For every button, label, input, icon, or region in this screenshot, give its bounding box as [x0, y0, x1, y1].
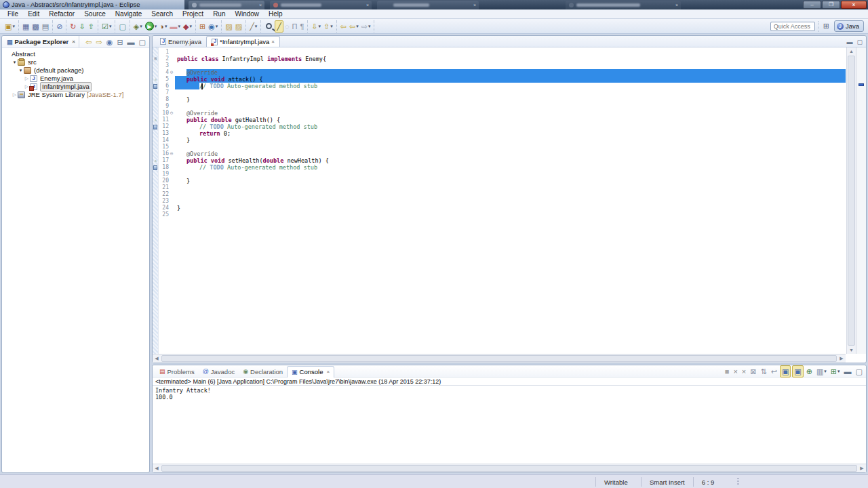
verify-tasks-icon[interactable]: ☑▾ — [100, 20, 113, 33]
code-line-3[interactable]: 3 — [153, 62, 846, 69]
clear-console-icon[interactable]: ⊠ — [749, 365, 757, 378]
tree-item-infantryimpl-java[interactable]: ▷InfantryImpl.java — [2, 83, 149, 91]
code-text-cell[interactable]: public double getHealth() { — [174, 117, 846, 123]
scroll-lock-icon[interactable]: ⇅ — [759, 365, 768, 378]
dropdown-arrow-icon[interactable]: ▾ — [178, 24, 180, 29]
code-line-7[interactable]: 7 — [153, 89, 846, 96]
code-line-11[interactable]: ▵11public double getHealth() { — [153, 117, 846, 123]
annotate-icon[interactable]: ╱▾ — [248, 20, 258, 33]
previous-annotation-icon[interactable]: ⇧▾ — [322, 20, 334, 33]
minimize-editor-icon[interactable]: ▬ — [846, 37, 853, 47]
editor-vertical-scrollbar[interactable]: ▲ ▼ — [846, 47, 856, 354]
code-line-9[interactable]: 9 — [153, 103, 846, 110]
scroll-left-icon[interactable]: ◀ — [153, 354, 161, 363]
code-line-1[interactable]: 1 — [153, 49, 846, 56]
editor-tab-2[interactable]: *InfantryImpl.java× — [206, 36, 280, 47]
collapse-all-icon[interactable]: ⊟ — [115, 36, 124, 48]
menu-file[interactable]: File — [3, 10, 23, 18]
code-line-19[interactable]: 19 — [153, 171, 846, 178]
code-line-24[interactable]: 24} — [153, 205, 846, 211]
code-line-21[interactable]: 21 — [153, 184, 846, 191]
back-icon[interactable]: ⇦▾ — [348, 20, 360, 33]
menu-navigate[interactable]: Navigate — [111, 10, 146, 18]
overview-ruler[interactable] — [856, 47, 866, 354]
close-tab-icon[interactable]: × — [326, 369, 330, 375]
type-marker-icon[interactable]: ⊗ — [153, 56, 159, 62]
scroll-right-icon[interactable]: ▶ — [837, 354, 846, 363]
tree-item-jre-system-library[interactable]: ▷JRE System Library[JavaSE-1.7] — [2, 91, 149, 99]
menu-source[interactable]: Source — [79, 10, 111, 18]
tree-item-src[interactable]: ▾src — [2, 58, 149, 66]
java-perspective-button[interactable]: J Java — [834, 20, 864, 32]
console-view-tab-console[interactable]: ▣Console× — [287, 366, 334, 378]
task-marker-icon[interactable] — [153, 83, 159, 89]
code-line-8[interactable]: 8} — [153, 96, 846, 103]
dropdown-arrow-icon[interactable]: ▾ — [216, 24, 218, 29]
console-horizontal-scrollbar[interactable]: ◀ ▶ — [153, 464, 866, 472]
scroll-up-icon[interactable]: ▲ — [847, 47, 856, 55]
show-console-on-stderr-icon[interactable]: ▣ — [792, 365, 803, 378]
open-file-icon[interactable]: ▨ — [234, 20, 243, 33]
open-console-icon[interactable]: ⊞▾ — [829, 365, 842, 378]
new-wizard-icon[interactable]: ▣▾ — [3, 20, 16, 33]
occurrence-marker[interactable] — [859, 83, 864, 86]
editor-horizontal-scrollbar[interactable]: ◀ ▶ — [153, 354, 846, 363]
search-icon[interactable] — [263, 20, 275, 33]
scroll-left-icon[interactable]: ◀ — [153, 464, 161, 472]
menu-help[interactable]: Help — [264, 10, 288, 18]
skip-all-breakpoints-icon[interactable]: ⊘ — [55, 20, 64, 33]
background-browser-tab[interactable]: × — [377, 1, 479, 9]
code-text-cell[interactable] — [174, 211, 846, 218]
code-text-cell[interactable]: // TODO Auto-generated method stub — [174, 123, 846, 130]
menu-edit[interactable]: Edit — [23, 10, 44, 18]
dropdown-arrow-icon[interactable]: ▾ — [319, 24, 321, 29]
menu-run[interactable]: Run — [208, 10, 230, 18]
override-marker-icon[interactable]: ▵ — [153, 76, 159, 83]
save-icon[interactable]: ▦ — [21, 20, 31, 33]
vertical-scrollbar-thumb[interactable] — [848, 56, 855, 346]
code-text-cell[interactable] — [174, 144, 846, 150]
block-selection-icon[interactable]: ¶ — [298, 20, 305, 33]
dropdown-arrow-icon[interactable]: ▾ — [368, 24, 371, 29]
scroll-right-icon[interactable]: ▶ — [858, 464, 866, 472]
override-marker-icon[interactable]: ▵ — [153, 117, 159, 123]
horizontal-scrollbar-thumb[interactable] — [161, 465, 857, 472]
code-text-cell[interactable] — [174, 191, 846, 198]
menu-project[interactable]: Project — [178, 10, 208, 18]
word-wrap-icon[interactable]: ↩ — [770, 365, 778, 378]
code-line-18[interactable]: 18// TODO Auto-generated method stub — [153, 164, 846, 171]
code-line-5[interactable]: ▵5public void attack() { — [153, 76, 846, 83]
editor-body[interactable]: 1⊗2public class InfantryImpl implements … — [153, 47, 866, 354]
debug-icon[interactable]: ◈▾ — [132, 20, 144, 33]
remove-launch-icon[interactable]: × — [732, 365, 738, 378]
code-line-6[interactable]: 6// TODO Auto-generated method stub — [153, 83, 846, 89]
console-view-tab-javadoc[interactable]: @Javadoc — [199, 366, 239, 378]
horizontal-scrollbar-thumb[interactable] — [161, 355, 837, 362]
remove-all-terminated-icon[interactable]: × — [741, 365, 747, 378]
maximize-editor-icon[interactable]: ▢ — [856, 37, 863, 47]
export-icon[interactable]: ⇧ — [87, 20, 96, 33]
refresh-icon[interactable]: ↻ — [68, 20, 77, 33]
code-text-cell[interactable]: } — [174, 96, 846, 103]
code-line-13[interactable]: 13return 0; — [153, 130, 846, 137]
print-icon[interactable]: ▤ — [41, 20, 50, 33]
fold-collapse-icon[interactable]: ⊖ — [169, 69, 174, 76]
minimize-icon[interactable]: ▬ — [126, 36, 136, 48]
code-line-16[interactable]: 16⊖@Override — [153, 150, 846, 157]
new-launch-config-icon[interactable]: ▢ — [117, 20, 127, 33]
code-text-cell[interactable]: @Override — [174, 110, 846, 117]
terminate-icon[interactable]: ■ — [724, 365, 731, 378]
code-text-cell[interactable]: // TODO Auto-generated method stub — [174, 164, 846, 171]
code-text-cell[interactable]: @Override — [174, 150, 846, 157]
debug-as-icon[interactable]: ◆▾ — [182, 20, 193, 33]
code-text-cell[interactable]: public class InfantryImpl implements Ene… — [174, 56, 846, 62]
maximize-console-icon[interactable]: ▢ — [854, 365, 864, 378]
collapsed-arrow-icon[interactable]: ▷ — [12, 91, 18, 99]
code-text-cell[interactable]: return 0; — [174, 130, 846, 137]
dropdown-arrow-icon[interactable]: ▾ — [255, 24, 258, 29]
back-icon[interactable]: ⇦ — [84, 36, 93, 48]
display-selected-console-icon[interactable]: ▥▾ — [815, 365, 828, 378]
dropdown-arrow-icon[interactable]: ▾ — [330, 24, 333, 29]
expanded-arrow-icon[interactable]: ▾ — [18, 66, 24, 75]
restore-window-button[interactable]: ❐ — [822, 1, 840, 9]
